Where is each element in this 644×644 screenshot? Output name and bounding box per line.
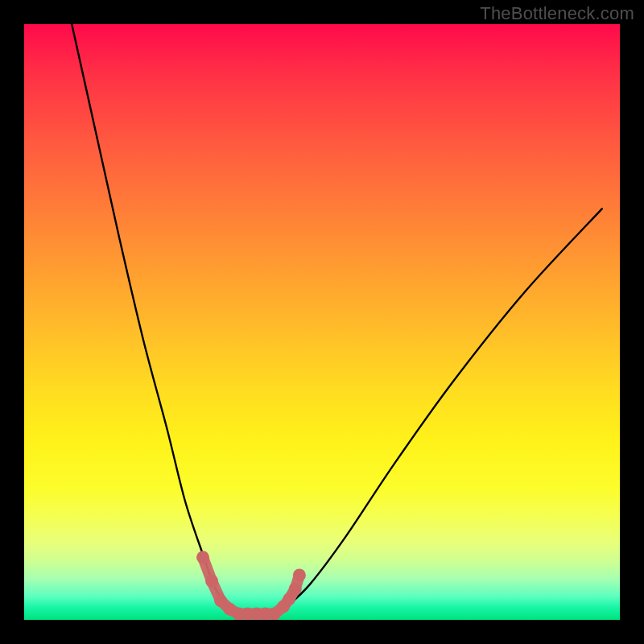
plot-area [24, 24, 620, 620]
marker-dot [196, 551, 209, 564]
bottleneck-curve [72, 24, 602, 614]
bottleneck-marker-dots [196, 551, 306, 620]
marker-dot [293, 569, 306, 582]
marker-dot [205, 575, 218, 588]
watermark-text: TheBottleneck.com [480, 3, 634, 24]
chart-svg [24, 24, 620, 620]
marker-dot [289, 583, 302, 596]
chart-frame: TheBottleneck.com [0, 0, 644, 644]
